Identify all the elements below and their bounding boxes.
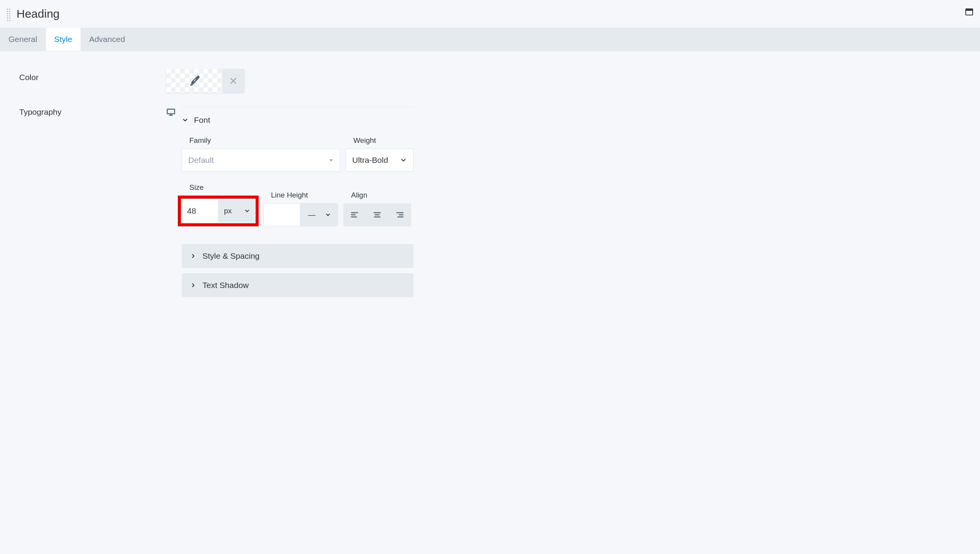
lineheight-input[interactable] <box>264 204 300 226</box>
color-row: Color <box>19 69 961 93</box>
caret-down-icon <box>328 157 334 163</box>
size-input[interactable] <box>182 199 218 223</box>
text-shadow-label: Text Shadow <box>202 281 249 290</box>
svg-rect-8 <box>169 115 173 116</box>
panel-header: Heading <box>0 0 980 28</box>
chevron-down-icon <box>325 212 331 218</box>
page-title: Heading <box>17 7 60 20</box>
chevron-down-icon <box>400 157 407 164</box>
size-unit-value: px <box>224 207 232 215</box>
highlight-annotation: px <box>178 196 259 226</box>
svg-rect-7 <box>170 114 172 115</box>
align-center-button[interactable] <box>366 203 389 226</box>
weight-label: Weight <box>346 136 413 145</box>
size-line-align-row: Size px <box>182 183 413 226</box>
font-section-title: Font <box>194 115 210 125</box>
size-label: Size <box>182 183 258 192</box>
desktop-icon <box>166 107 176 117</box>
color-clear-button[interactable] <box>222 69 244 93</box>
family-select[interactable]: Default <box>182 149 340 172</box>
chevron-down-icon <box>244 208 250 214</box>
weight-select[interactable]: Ultra-Bold <box>346 149 413 172</box>
size-unit-select[interactable]: px <box>218 199 255 223</box>
tab-style[interactable]: Style <box>46 28 81 51</box>
align-group <box>343 203 411 226</box>
lineheight-control: — <box>263 203 338 226</box>
svg-rect-6 <box>168 110 174 113</box>
align-label: Align <box>343 191 411 199</box>
close-icon <box>229 77 237 85</box>
typography-label: Typography <box>19 107 166 117</box>
divider <box>182 107 413 107</box>
font-section-header[interactable]: Font <box>182 115 413 125</box>
lineheight-unit-value: — <box>308 211 316 219</box>
style-spacing-section[interactable]: Style & Spacing <box>182 244 413 268</box>
weight-value: Ultra-Bold <box>352 156 388 165</box>
tab-general[interactable]: General <box>0 28 46 51</box>
lineheight-label: Line Height <box>263 191 338 199</box>
align-center-icon <box>373 211 381 219</box>
svg-marker-9 <box>329 159 333 162</box>
align-right-button[interactable] <box>388 203 411 226</box>
color-label: Color <box>19 69 166 82</box>
align-left-button[interactable] <box>343 203 366 226</box>
svg-rect-1 <box>966 9 973 11</box>
tab-bar: General Style Advanced <box>0 28 980 51</box>
style-spacing-label: Style & Spacing <box>202 251 259 261</box>
align-left-icon <box>350 211 359 219</box>
color-swatch-button[interactable] <box>166 69 222 93</box>
color-picker <box>166 69 244 93</box>
eyedropper-icon <box>189 75 200 86</box>
drag-handle-icon[interactable] <box>7 7 10 21</box>
font-family-weight-row: Family Default Weight Ultra-Bold <box>182 136 413 172</box>
family-value: Default <box>188 156 214 165</box>
family-label: Family <box>182 136 340 145</box>
chevron-right-icon <box>190 282 196 288</box>
chevron-down-icon <box>182 117 189 124</box>
typography-row: Typography <box>19 107 961 303</box>
window-icon[interactable] <box>965 8 973 15</box>
align-right-icon <box>396 211 404 219</box>
tab-advanced[interactable]: Advanced <box>80 28 133 51</box>
responsive-toggle[interactable] <box>166 107 176 117</box>
lineheight-unit-select[interactable]: — <box>300 204 338 226</box>
size-control: px <box>182 199 255 223</box>
content-area: Color <box>0 51 980 334</box>
text-shadow-section[interactable]: Text Shadow <box>182 273 413 297</box>
chevron-right-icon <box>190 253 196 259</box>
